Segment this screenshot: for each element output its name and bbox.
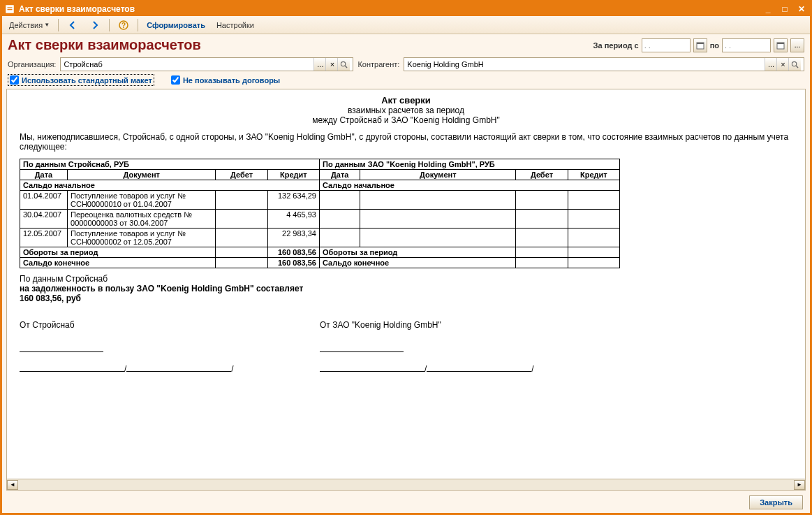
cell-empty [516,191,568,210]
summary-3: 160 083,56, руб [20,293,792,303]
saldo-end-debit-left [216,258,267,268]
saldo-end-label-right: Сальдо конечное [319,258,515,268]
svg-line-10 [346,66,348,68]
saldo-end-credit-left: 160 083,56 [267,258,319,268]
org-value: Стройснаб [64,60,314,68]
contr-value: Koenig Holding GmbH [407,60,765,68]
use-standard-input[interactable] [10,75,19,85]
org-label: Организация: [8,60,56,68]
summary-2: на задолженность в пользу ЗАО "Koenig Ho… [20,284,792,293]
cell-debit [216,191,267,210]
cell-empty [568,229,619,247]
header-row: Акт сверки взаиморасчетов За период с . … [2,34,810,56]
signature-name-line: // [20,362,320,374]
hide-contracts-checkbox[interactable]: Не показывать договоры [171,75,280,85]
saldo-start-left: Сальдо начальное [20,180,320,191]
nav-forward-button[interactable] [85,18,105,32]
cell-empty [516,229,568,247]
period-from-input[interactable]: . . [642,38,691,52]
cell-empty [568,210,619,229]
from-left-label: От Стройснаб [20,320,320,330]
cell-empty [319,210,360,229]
period-select-button[interactable]: ... [790,38,804,52]
doc-subtitle-1: взаимных расчетов за период [20,106,792,115]
right-header: По данным ЗАО "Koenig Holding GmbH", РУБ [319,159,619,170]
use-standard-checkbox[interactable]: Использовать стандартный макет [8,74,154,86]
scroll-left-button[interactable]: ◄ [7,480,18,490]
cell-debit [216,229,267,247]
form-button[interactable]: Сформировать [142,20,209,31]
cell-date: 12.05.2007 [20,229,68,247]
scroll-right-button[interactable]: ► [794,480,805,490]
cell-doc: Переоценка валютных средств № 0000000000… [68,210,216,229]
document-area[interactable]: Акт сверки взаимных расчетов за период м… [6,89,806,491]
turnover-row: Обороты за период 160 083,56 Обороты за … [20,247,620,258]
calendar-icon [696,41,704,50]
svg-line-12 [796,66,798,68]
nav-back-button[interactable] [63,18,82,32]
calendar-from-button[interactable] [693,38,707,52]
calendar-to-button[interactable] [774,38,788,52]
close-window-button[interactable]: ✕ [796,4,807,14]
signature-name-line: // [320,362,620,374]
table-row: 01.04.2007 Поступление товаров и услуг №… [20,191,620,210]
maximize-button[interactable]: □ [779,4,790,14]
contr-select-button[interactable]: ... [765,58,777,71]
saldo-start-right: Сальдо начальное [319,180,619,191]
summary-1: По данным Стройснаб [20,274,792,284]
org-select-button[interactable]: ... [313,58,326,71]
footer: Закрыть [2,492,810,513]
app-window: Акт сверки взаиморасчетов _ □ ✕ Действия… [0,0,812,515]
org-clear-button[interactable]: × [325,58,338,71]
arrow-back-icon [67,20,78,31]
calendar-icon [776,41,785,50]
document: Акт сверки взаимных расчетов за период м… [7,89,805,379]
signature-line [20,340,103,352]
doc-subtitle-2: между Стройснаб и ЗАО "Koenig Holding Gm… [20,115,792,125]
signature-line [320,340,404,352]
table-row: 30.04.2007 Переоценка валютных средств №… [20,210,620,229]
dropdown-icon: ▼ [44,22,50,28]
left-header: По данным Стройснаб, РУБ [20,159,320,170]
help-button[interactable]: ? [114,18,133,32]
saldo-end-row: Сальдо конечное 160 083,56 Сальдо конечн… [20,258,620,268]
separator [138,19,138,31]
actions-menu[interactable]: Действия ▼ [5,20,54,31]
cell-empty [319,191,360,210]
svg-point-11 [792,61,796,66]
use-standard-label: Использовать стандартный макет [22,76,152,85]
contr-clear-button[interactable]: × [776,58,789,71]
org-search-button[interactable] [337,58,350,71]
signature-left: От Стройснаб // [20,310,320,374]
minimize-button[interactable]: _ [762,4,774,14]
col-doc-right: Документ [360,170,516,180]
actions-label: Действия [9,21,43,29]
cell-empty [568,258,619,268]
hide-contracts-input[interactable] [171,75,180,85]
report-table: По данным Стройснаб, РУБ По данным ЗАО "… [20,159,620,268]
help-icon: ? [118,20,129,31]
cell-date: 30.04.2007 [20,210,68,229]
svg-rect-6 [697,43,704,44]
arrow-forward-icon [89,20,101,31]
period-controls: За период с . . по . . ... [593,38,804,52]
settings-button[interactable]: Настройки [212,20,258,31]
col-date-left: Дата [20,170,68,180]
cell-empty [568,247,619,258]
cell-date: 01.04.2007 [20,191,68,210]
cell-empty [516,210,568,229]
saldo-end-label-left: Сальдо конечное [20,258,216,268]
window-title: Акт сверки взаиморасчетов [19,4,762,14]
cell-empty [516,247,568,258]
col-debit-left: Дебет [216,170,267,180]
horizontal-scrollbar[interactable]: ◄ ► [7,479,805,490]
contr-search-button[interactable] [788,58,801,71]
col-date-right: Дата [319,170,360,180]
period-to-input[interactable]: . . [722,38,771,52]
col-credit-right: Кредит [568,170,619,180]
contr-input[interactable]: Koenig Holding GmbH ... × [404,57,804,71]
close-button[interactable]: Закрыть [749,495,803,509]
org-input[interactable]: Стройснаб ... × [60,57,353,71]
contr-label: Контрагент: [357,60,399,68]
page-title: Акт сверки взаиморасчетов [8,37,593,53]
